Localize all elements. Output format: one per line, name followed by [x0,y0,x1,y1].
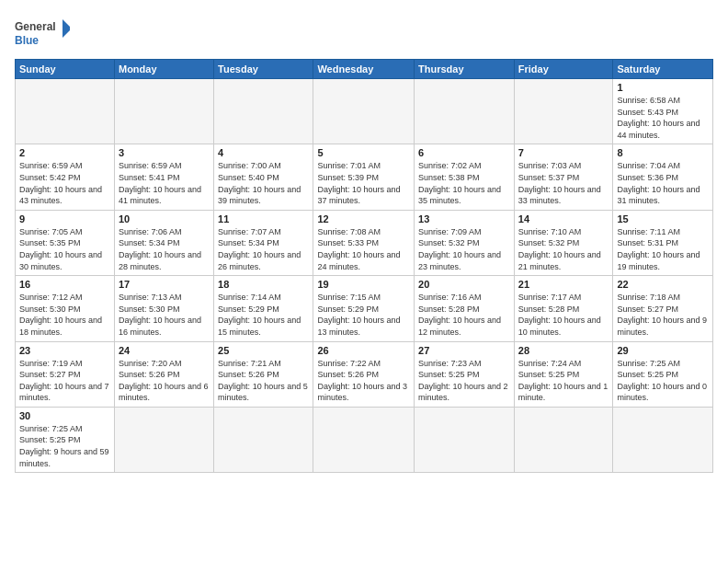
weekday-header-sunday: Sunday [16,60,115,79]
calendar-cell [313,407,415,472]
day-info: Sunrise: 7:14 AM Sunset: 5:29 PM Dayligh… [218,292,309,338]
day-info: Sunrise: 7:01 AM Sunset: 5:39 PM Dayligh… [317,160,410,206]
calendar-cell: 20Sunrise: 7:16 AM Sunset: 5:28 PM Dayli… [415,276,515,341]
day-number: 23 [19,345,110,356]
day-info: Sunrise: 7:07 AM Sunset: 5:34 PM Dayligh… [218,226,309,272]
day-number: 27 [418,345,510,356]
day-number: 3 [119,147,210,158]
day-info: Sunrise: 7:06 AM Sunset: 5:34 PM Dayligh… [119,226,210,272]
calendar-cell: 3Sunrise: 6:59 AM Sunset: 5:41 PM Daylig… [114,144,213,210]
day-number: 19 [317,279,410,290]
calendar-cell: 2Sunrise: 6:59 AM Sunset: 5:42 PM Daylig… [16,144,115,210]
calendar-cell: 10Sunrise: 7:06 AM Sunset: 5:34 PM Dayli… [114,210,213,275]
calendar-cell [514,407,613,472]
day-number: 18 [218,279,309,290]
calendar-cell [114,407,213,472]
weekday-header-tuesday: Tuesday [214,60,313,79]
day-number: 29 [617,345,709,356]
day-info: Sunrise: 7:00 AM Sunset: 5:40 PM Dayligh… [218,160,309,206]
day-info: Sunrise: 7:10 AM Sunset: 5:32 PM Dayligh… [518,226,609,272]
day-number: 1 [617,82,709,93]
day-info: Sunrise: 7:19 AM Sunset: 5:27 PM Dayligh… [19,358,110,404]
day-info: Sunrise: 7:12 AM Sunset: 5:30 PM Dayligh… [19,292,110,338]
calendar-cell [415,79,515,144]
day-number: 26 [317,345,410,356]
day-info: Sunrise: 6:59 AM Sunset: 5:42 PM Dayligh… [19,160,110,206]
day-number: 6 [418,147,510,158]
svg-text:General: General [15,20,56,33]
day-number: 22 [617,279,709,290]
day-number: 16 [19,279,110,290]
day-number: 30 [19,410,110,421]
calendar-cell [214,407,313,472]
calendar-cell: 27Sunrise: 7:23 AM Sunset: 5:25 PM Dayli… [415,341,515,407]
day-info: Sunrise: 7:22 AM Sunset: 5:26 PM Dayligh… [317,358,410,404]
day-info: Sunrise: 7:17 AM Sunset: 5:28 PM Dayligh… [518,292,609,338]
calendar-cell: 1Sunrise: 6:58 AM Sunset: 5:43 PM Daylig… [613,79,713,144]
calendar-cell: 17Sunrise: 7:13 AM Sunset: 5:30 PM Dayli… [114,276,213,341]
day-info: Sunrise: 7:20 AM Sunset: 5:26 PM Dayligh… [119,358,210,404]
calendar-cell: 16Sunrise: 7:12 AM Sunset: 5:30 PM Dayli… [16,276,115,341]
calendar-cell: 19Sunrise: 7:15 AM Sunset: 5:29 PM Dayli… [313,276,415,341]
calendar-week-6: 30Sunrise: 7:25 AM Sunset: 5:25 PM Dayli… [16,407,713,472]
day-number: 21 [518,279,609,290]
day-number: 10 [119,213,210,224]
calendar-week-3: 9Sunrise: 7:05 AM Sunset: 5:35 PM Daylig… [16,210,713,275]
logo-svg: General Blue [15,15,70,52]
day-info: Sunrise: 7:02 AM Sunset: 5:38 PM Dayligh… [418,160,510,206]
day-number: 24 [119,345,210,356]
day-number: 15 [617,213,709,224]
calendar-table: SundayMondayTuesdayWednesdayThursdayFrid… [15,59,713,473]
calendar-cell: 22Sunrise: 7:18 AM Sunset: 5:27 PM Dayli… [613,276,713,341]
day-info: Sunrise: 7:25 AM Sunset: 5:25 PM Dayligh… [617,358,709,404]
day-number: 4 [218,147,309,158]
calendar-cell [313,79,415,144]
day-info: Sunrise: 7:03 AM Sunset: 5:37 PM Dayligh… [518,160,609,206]
day-number: 8 [617,147,709,158]
calendar-cell: 11Sunrise: 7:07 AM Sunset: 5:34 PM Dayli… [214,210,313,275]
day-info: Sunrise: 6:58 AM Sunset: 5:43 PM Dayligh… [617,95,709,141]
day-info: Sunrise: 7:25 AM Sunset: 5:25 PM Dayligh… [19,423,110,469]
calendar-cell: 26Sunrise: 7:22 AM Sunset: 5:26 PM Dayli… [313,341,415,407]
svg-text:Blue: Blue [15,34,39,47]
day-info: Sunrise: 7:15 AM Sunset: 5:29 PM Dayligh… [317,292,410,338]
calendar-cell [613,407,713,472]
day-info: Sunrise: 7:21 AM Sunset: 5:26 PM Dayligh… [218,358,309,404]
calendar-cell [415,407,515,472]
calendar-cell [214,79,313,144]
calendar-cell: 30Sunrise: 7:25 AM Sunset: 5:25 PM Dayli… [16,407,115,472]
day-number: 5 [317,147,410,158]
day-number: 25 [218,345,309,356]
page-header: General Blue [15,15,713,52]
calendar-cell: 5Sunrise: 7:01 AM Sunset: 5:39 PM Daylig… [313,144,415,210]
day-number: 13 [418,213,510,224]
day-number: 17 [119,279,210,290]
weekday-header-wednesday: Wednesday [313,60,415,79]
calendar-cell: 25Sunrise: 7:21 AM Sunset: 5:26 PM Dayli… [214,341,313,407]
calendar-cell: 8Sunrise: 7:04 AM Sunset: 5:36 PM Daylig… [613,144,713,210]
day-number: 9 [19,213,110,224]
calendar-week-5: 23Sunrise: 7:19 AM Sunset: 5:27 PM Dayli… [16,341,713,407]
day-info: Sunrise: 6:59 AM Sunset: 5:41 PM Dayligh… [119,160,210,206]
svg-marker-2 [63,19,70,38]
day-number: 28 [518,345,609,356]
day-number: 11 [218,213,309,224]
day-info: Sunrise: 7:16 AM Sunset: 5:28 PM Dayligh… [418,292,510,338]
day-info: Sunrise: 7:18 AM Sunset: 5:27 PM Dayligh… [617,292,709,338]
day-info: Sunrise: 7:13 AM Sunset: 5:30 PM Dayligh… [119,292,210,338]
calendar-cell [16,79,115,144]
calendar-week-1: 1Sunrise: 6:58 AM Sunset: 5:43 PM Daylig… [16,79,713,144]
calendar-cell: 7Sunrise: 7:03 AM Sunset: 5:37 PM Daylig… [514,144,613,210]
weekday-header-saturday: Saturday [613,60,713,79]
calendar-cell: 24Sunrise: 7:20 AM Sunset: 5:26 PM Dayli… [114,341,213,407]
calendar-cell: 15Sunrise: 7:11 AM Sunset: 5:31 PM Dayli… [613,210,713,275]
day-number: 12 [317,213,410,224]
calendar-cell [514,79,613,144]
day-number: 2 [19,147,110,158]
weekday-header-row: SundayMondayTuesdayWednesdayThursdayFrid… [16,60,713,79]
calendar-cell [114,79,213,144]
day-info: Sunrise: 7:08 AM Sunset: 5:33 PM Dayligh… [317,226,410,272]
logo: General Blue [15,15,70,52]
calendar-cell: 18Sunrise: 7:14 AM Sunset: 5:29 PM Dayli… [214,276,313,341]
calendar-cell: 6Sunrise: 7:02 AM Sunset: 5:38 PM Daylig… [415,144,515,210]
